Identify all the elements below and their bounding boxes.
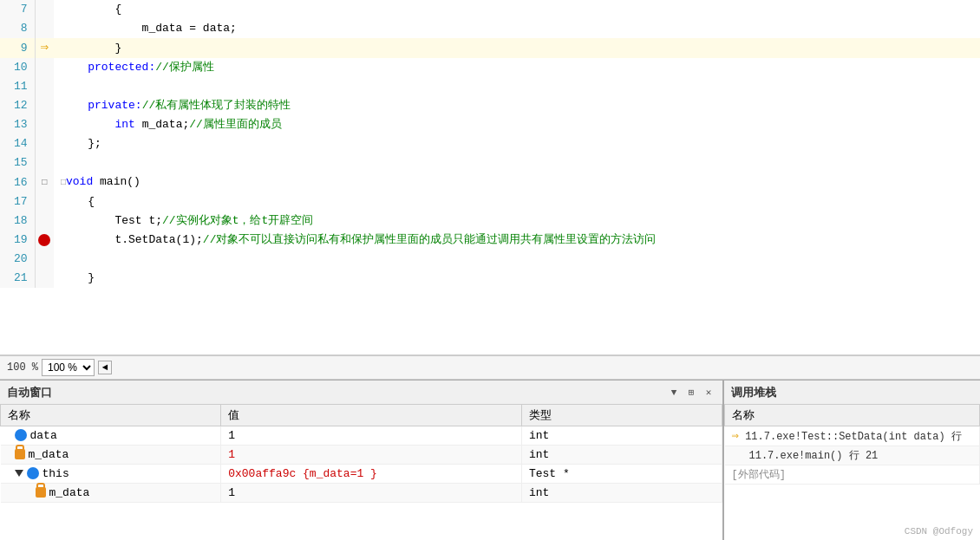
gutter-cell: ⇒ [35,38,54,58]
gutter-cell [35,0,54,19]
code-line: private://私有属性体现了封装的特性 [54,96,980,115]
call-stack-row: ⇒ 11.7.exe!Test::SetData(int data) 行 [725,426,980,446]
auto-window-title: 自动窗口 [7,385,52,400]
row-value: 0x00affa9c {m_data=1 } [221,464,522,483]
line-number: 18 [0,211,35,231]
table-row: this0x00affa9c {m_data=1 }Test * [1,464,722,483]
value-text: 0x00affa9c {m_data=1 } [228,467,377,480]
comment: //属性里面的成员 [189,118,282,131]
line-number: 20 [0,250,35,269]
gutter-cell [35,96,54,115]
col-header-name: 名称 [1,405,221,426]
call-stack-row: [外部代码] [725,465,980,484]
row-name: data [1,426,221,445]
row-value: 1 [221,426,522,445]
call-stack-text: 11.7.exe!Test::SetData(int data) 行 [745,431,962,443]
close-button[interactable]: ✕ [702,386,715,400]
call-stack-row: 11.7.exe!main() 行 21 [725,446,980,465]
status-bar: 100 % 100 % ◄ [0,355,980,380]
table-row: m_data1int [1,483,722,502]
breakpoint-indicator[interactable] [38,234,50,246]
code-line: m_data = data; [54,19,980,38]
call-stack-arrow: ⇒ [732,429,739,443]
code-line: Test t;//实例化对象t，给t开辟空间 [54,211,980,231]
row-name: m_data [1,445,221,464]
line-number: 21 [0,269,35,288]
keyword: private: [61,99,142,112]
gutter-cell: □ [35,172,54,192]
gutter-cell [35,250,54,269]
row-type: int [521,426,722,445]
object-icon [15,429,27,441]
code-line: }; [54,134,980,153]
gutter-cell [35,115,54,134]
col-header-value: 值 [221,405,522,426]
gutter-cell [35,231,54,250]
keyword: int [114,118,134,131]
line-number: 7 [0,0,35,19]
row-type: int [521,483,722,502]
row-type: Test * [521,464,722,483]
dock-button[interactable]: ⊞ [684,386,698,400]
call-stack-entry: ⇒ 11.7.exe!Test::SetData(int data) 行 [725,426,980,446]
auto-window: 自动窗口 ▼ ⊞ ✕ 名称 值 类型 data1intm_data1intthi… [0,381,724,540]
gutter-cell [35,153,54,172]
scroll-left-button[interactable]: ◄ [98,361,112,374]
call-stack-text: 11.7.exe!main() 行 21 [749,450,879,462]
zoom-dropdown[interactable]: 100 % [42,359,95,376]
gutter-cell [35,211,54,231]
zoom-label: 100 % [7,361,38,374]
line-number: 12 [0,96,35,115]
code-line: { [54,0,980,19]
call-stack-title: 调用堆栈 [731,385,776,400]
code-table: 7 {8 m_data = data;9⇒ }10 protected://保护… [0,0,980,288]
expand-icon[interactable] [15,470,23,477]
line-number: 16 [0,172,35,192]
call-stack-entry: [外部代码] [725,465,980,484]
row-value: 1 [221,445,522,464]
data-table: 名称 值 类型 data1intm_data1intthis0x00affa9c… [0,405,722,503]
call-stack-text: [外部代码] [732,469,786,481]
keyword: void [66,175,93,188]
auto-window-titlebar: 自动窗口 ▼ ⊞ ✕ [0,381,722,405]
value-text: 1 [228,448,235,461]
collapse-icon[interactable]: □ [42,178,47,187]
comment: //实例化对象t，给t开辟空间 [162,214,313,227]
line-number: 11 [0,77,35,96]
col-header-type: 类型 [521,405,722,426]
code-line: { [54,192,980,211]
line-number: 17 [0,192,35,211]
comment: //保护属性 [155,61,214,74]
comment: //对象不可以直接访问私有和保护属性里面的成员只能通过调用共有属性里设置的方法访… [203,233,657,246]
gutter-cell [35,134,54,153]
table-row: data1int [1,426,722,445]
call-stack-entry: 11.7.exe!main() 行 21 [725,446,980,465]
comment: //私有属性体现了封装的特性 [142,99,291,112]
gutter-cell [35,58,54,77]
code-line: } [54,38,980,58]
row-type: int [521,445,722,464]
pin-button[interactable]: ▼ [667,386,681,400]
call-stack-col-name: 名称 [725,405,980,426]
code-line: □void main() [54,172,980,192]
line-number: 9 [0,38,35,58]
code-editor: 7 {8 m_data = data;9⇒ }10 protected://保护… [0,0,980,355]
call-stack: 调用堆栈 名称 ⇒ 11.7.exe!Test::SetData(int dat… [724,381,980,540]
call-stack-titlebar: 调用堆栈 [724,381,980,405]
function-name: main() [100,175,140,188]
line-number: 13 [0,115,35,134]
row-name: m_data [1,483,221,502]
object-icon [27,467,39,479]
row-name: this [1,464,221,483]
gutter-cell [35,269,54,288]
code-line: t.SetData(1);//对象不可以直接访问私有和保护属性里面的成员只能通过… [54,231,980,250]
gutter-cell [35,192,54,211]
code-line [54,77,980,96]
code-line: } [54,269,980,288]
code-line: protected://保护属性 [54,58,980,77]
row-value: 1 [221,483,522,502]
line-number: 10 [0,58,35,77]
line-number: 14 [0,134,35,153]
lock-icon [36,487,46,498]
line-number: 19 [0,231,35,250]
